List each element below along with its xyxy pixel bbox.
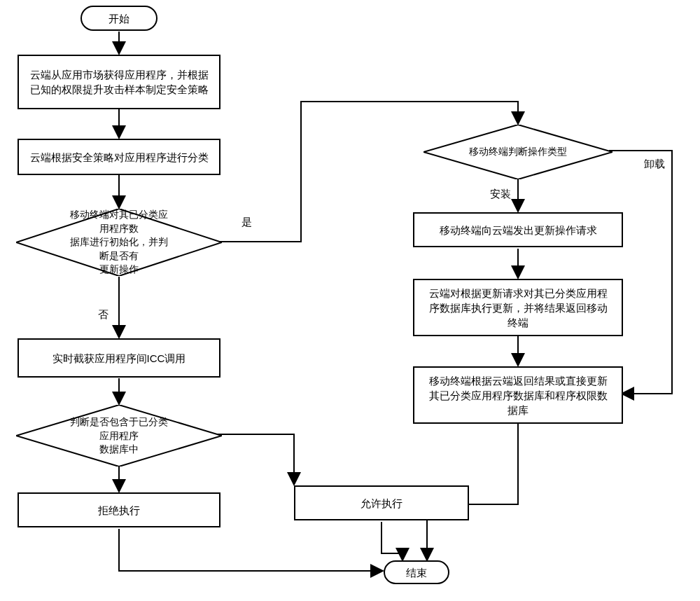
end-text: 结束 [406,565,427,580]
process-classify-apps: 云端根据安全策略对应用程序进行分类 [18,139,220,175]
d2-text: 判断是否包含于已分类应用程序 数据库中 [68,415,171,457]
process-send-update-req: 移动终端向云端发出更新操作请求 [413,212,623,247]
p5-text: 移动终端向云端发出更新操作请求 [440,223,597,237]
process-reject: 拒绝执行 [18,492,220,527]
start-node: 开始 [80,6,158,31]
decision-op-type: 移动终端判断操作类型 [424,125,612,179]
process-cloud-update: 云端对根据更新请求对其已分类应用程 序数据库执行更新，并将结果返回移动 终端 [413,279,623,336]
d3-text: 移动终端判断操作类型 [469,145,567,159]
d1-text: 移动终端对其已分类应用程序数 据库进行初始化，并判断是否有 更新操作 [68,208,171,277]
decision-in-database: 判断是否包含于已分类应用程序 数据库中 [16,405,222,467]
process-intercept-icc: 实时截获应用程序间ICC调用 [18,338,220,378]
process-acquire-apps: 云端从应用市场获得应用程序，并根据 已知的权限提升攻击样本制定安全策略 [18,55,220,109]
p3-text: 实时截获应用程序间ICC调用 [52,351,186,366]
p4-text: 拒绝执行 [98,503,140,518]
p6-text: 云端对根据更新请求对其已分类应用程 序数据库执行更新，并将结果返回移动 终端 [429,286,608,330]
label-yes: 是 [241,216,252,229]
p2-text: 云端根据安全策略对应用程序进行分类 [30,150,209,165]
decision-init-db: 移动终端对其已分类应用程序数 据库进行初始化，并判断是否有 更新操作 [16,209,222,276]
p7-text: 移动终端根据云端返回结果或直接更新 其已分类应用程序数据库和程序权限数 据库 [429,373,608,417]
end-node: 结束 [384,560,449,584]
p1-text: 云端从应用市场获得应用程序，并根据 已知的权限提升攻击样本制定安全策略 [30,67,209,97]
p8-text: 允许执行 [360,496,402,511]
process-terminal-update: 移动终端根据云端返回结果或直接更新 其已分类应用程序数据库和程序权限数 据库 [413,366,623,424]
process-allow: 允许执行 [294,485,469,520]
start-text: 开始 [108,11,130,26]
label-no: 否 [98,308,108,322]
label-uninstall: 卸载 [644,158,665,171]
label-install: 安装 [490,188,511,201]
